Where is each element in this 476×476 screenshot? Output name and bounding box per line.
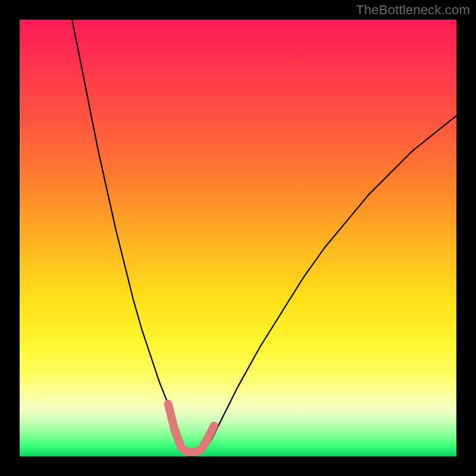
chart-frame: TheBottleneck.com: [0, 0, 476, 476]
bottleneck-curve: [72, 20, 456, 452]
plot-area: [20, 20, 456, 456]
curve-layer: [20, 20, 456, 456]
watermark-text: TheBottleneck.com: [356, 2, 470, 18]
highlight-segment: [168, 404, 214, 452]
